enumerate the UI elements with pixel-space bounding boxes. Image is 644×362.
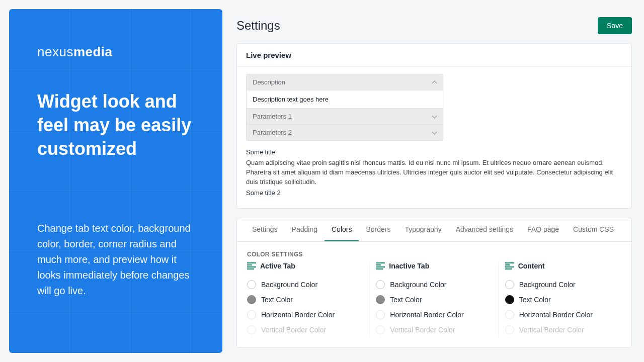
color-swatch[interactable] [505, 295, 514, 304]
marketing-sidebar: nexusmedia Widget look and feel may be e… [0, 0, 231, 362]
column-icon [505, 262, 514, 269]
color-column-content: ContentBackground ColorText ColorHorizon… [499, 262, 627, 337]
preview-body: Description Description text goes here P… [237, 67, 631, 208]
column-icon [376, 262, 385, 269]
color-column-inactive-tab: Inactive TabBackground ColorText ColorHo… [370, 262, 499, 337]
column-header: Inactive Tab [376, 262, 492, 270]
color-label: Horizontal Border Color [519, 311, 593, 319]
accordion-label: Parameters 1 [253, 113, 292, 120]
color-row-text-color[interactable]: Text Color [505, 292, 621, 307]
color-label: Horizontal Border Color [261, 311, 335, 319]
headline: Widget look and feel may be easily custo… [37, 90, 194, 160]
sidebar-card: nexusmedia Widget look and feel may be e… [9, 9, 222, 353]
page-title: Settings [236, 19, 280, 33]
color-row-horizontal-border-color[interactable]: Horizontal Border Color [505, 307, 621, 322]
settings-card: SettingsPaddingColorsBordersTypographyAd… [236, 218, 632, 348]
brand-logo: nexusmedia [37, 44, 194, 60]
color-swatch[interactable] [376, 310, 385, 319]
color-swatch[interactable] [505, 310, 514, 319]
preview-title-2: Some title 2 [246, 189, 622, 198]
color-swatch[interactable] [376, 295, 385, 304]
color-label: Text Color [519, 296, 551, 304]
color-row-vertical-border-color: Vertical Border Color [376, 322, 492, 337]
subtext: Change tab text color, background color,… [37, 221, 194, 299]
accordion-label: Description [253, 78, 285, 86]
color-label: Background Color [390, 281, 446, 289]
color-column-active-tab: Active TabBackground ColorText ColorHori… [241, 262, 370, 337]
brand-bold: media [73, 44, 113, 59]
tab-advanced-settings[interactable]: Advanced settings [449, 218, 520, 241]
color-row-background-color[interactable]: Background Color [505, 277, 621, 292]
accordion-item-description[interactable]: Description [247, 74, 443, 90]
live-preview-card: Live preview Description Description tex… [236, 43, 632, 209]
color-row-horizontal-border-color[interactable]: Horizontal Border Color [376, 307, 492, 322]
column-icon [247, 262, 256, 269]
color-columns: Active TabBackground ColorText ColorHori… [237, 262, 631, 347]
color-label: Background Color [519, 281, 576, 289]
color-label: Text Color [261, 296, 293, 304]
brand-light: nexus [37, 44, 73, 59]
tab-colors[interactable]: Colors [325, 218, 359, 241]
tab-custom-css[interactable]: Custom CSS [566, 218, 621, 241]
color-row-vertical-border-color: Vertical Border Color [505, 322, 621, 337]
color-row-text-color[interactable]: Text Color [376, 292, 492, 307]
column-title: Inactive Tab [389, 262, 429, 270]
color-row-background-color[interactable]: Background Color [376, 277, 492, 292]
color-swatch [247, 325, 256, 334]
color-label: Text Color [390, 296, 422, 304]
accordion-item-parameters-2[interactable]: Parameters 2 [247, 125, 443, 140]
preview-card-title: Live preview [237, 44, 631, 67]
color-row-background-color[interactable]: Background Color [247, 277, 363, 292]
preview-text-block: Some title Quam adipiscing vitae proin s… [246, 148, 622, 198]
tabs-row: SettingsPaddingColorsBordersTypographyAd… [237, 218, 631, 242]
color-swatch[interactable] [247, 310, 256, 319]
color-row-text-color[interactable]: Text Color [247, 292, 363, 307]
color-row-horizontal-border-color[interactable]: Horizontal Border Color [247, 307, 363, 322]
color-label: Horizontal Border Color [390, 311, 463, 319]
color-swatch [505, 325, 514, 334]
tab-borders[interactable]: Borders [359, 218, 397, 241]
color-label: Background Color [261, 281, 317, 289]
column-title: Active Tab [260, 262, 295, 270]
color-label: Vertical Border Color [519, 326, 584, 334]
color-swatch[interactable] [247, 295, 256, 304]
tab-padding[interactable]: Padding [285, 218, 325, 241]
preview-accordion: Description Description text goes here P… [246, 74, 443, 141]
chevron-up-icon [432, 80, 437, 85]
chevron-down-icon [432, 130, 437, 135]
accordion-item-parameters-1[interactable]: Parameters 1 [247, 109, 443, 125]
column-header: Content [505, 262, 621, 270]
tab-faq-page[interactable]: FAQ page [520, 218, 566, 241]
color-label: Vertical Border Color [390, 326, 455, 334]
column-header: Active Tab [247, 262, 363, 270]
color-swatch [376, 325, 385, 334]
save-button[interactable]: Save [598, 17, 632, 34]
color-row-vertical-border-color: Vertical Border Color [247, 322, 363, 337]
color-swatch[interactable] [505, 280, 514, 289]
color-label: Vertical Border Color [261, 326, 326, 334]
main-content: Settings Save Live preview Description D… [231, 0, 644, 362]
color-swatch[interactable] [376, 280, 385, 289]
page-header: Settings Save [236, 9, 632, 34]
accordion-label: Parameters 2 [253, 129, 292, 136]
preview-title-1: Some title [246, 148, 622, 157]
column-title: Content [518, 262, 545, 270]
preview-body-text: Quam adipiscing vitae proin sagittis nis… [246, 158, 622, 187]
accordion-content: Description text goes here [247, 90, 443, 109]
tab-settings[interactable]: Settings [245, 218, 285, 241]
chevron-down-icon [432, 114, 437, 119]
color-swatch[interactable] [247, 280, 256, 289]
tab-typography[interactable]: Typography [397, 218, 448, 241]
section-title: COLOR SETTINGS [237, 242, 631, 262]
